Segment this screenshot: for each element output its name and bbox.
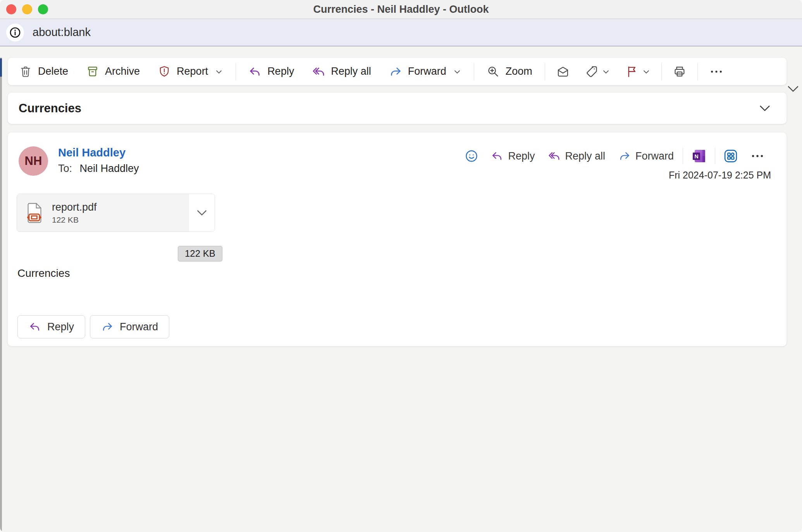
message-reply-label: Reply bbox=[508, 150, 535, 162]
left-scrollbar-track[interactable] bbox=[0, 58, 2, 532]
message-card: NH Neil Haddley To: Neil Haddley bbox=[8, 132, 787, 346]
close-window-button[interactable] bbox=[6, 4, 16, 14]
message-footer: Reply Forward bbox=[17, 315, 169, 338]
report-shield-icon bbox=[158, 65, 171, 78]
trash-icon bbox=[19, 65, 32, 78]
url-bar: about:blank bbox=[0, 19, 802, 46]
apps-button[interactable] bbox=[718, 149, 744, 163]
chevron-down-icon bbox=[602, 67, 610, 76]
url-text[interactable]: about:blank bbox=[33, 26, 91, 39]
apps-grid-icon bbox=[723, 149, 738, 163]
forward-arrow-icon bbox=[389, 65, 402, 78]
footer-reply-button[interactable]: Reply bbox=[17, 315, 85, 338]
zoom-magnifier-icon bbox=[487, 65, 500, 78]
printer-icon bbox=[673, 65, 687, 79]
toolbar-divider bbox=[697, 63, 698, 81]
zoom-button[interactable]: Zoom bbox=[478, 65, 541, 78]
flag-icon bbox=[625, 65, 639, 79]
message-timestamp: Fri 2024-07-19 2:25 PM bbox=[669, 170, 771, 181]
info-icon bbox=[9, 26, 21, 39]
archive-button[interactable]: Archive bbox=[77, 65, 149, 78]
print-button[interactable] bbox=[665, 65, 694, 79]
attachment-chip[interactable]: report.pdf 122 KB bbox=[17, 194, 215, 232]
attachment-dropdown-button[interactable] bbox=[189, 194, 215, 232]
message-body-text: Currencies bbox=[17, 267, 70, 280]
attachment-filename: report.pdf bbox=[52, 201, 97, 213]
message-toolbar: Delete Archive Report bbox=[8, 58, 787, 85]
delete-label: Delete bbox=[38, 65, 68, 77]
flag-button[interactable] bbox=[618, 65, 658, 79]
report-button[interactable]: Report bbox=[149, 65, 232, 78]
message-header: NH Neil Haddley To: Neil Haddley bbox=[17, 146, 771, 176]
attachment-meta: report.pdf 122 KB bbox=[52, 201, 97, 225]
message-forward-label: Forward bbox=[635, 150, 674, 162]
footer-forward-label: Forward bbox=[120, 321, 158, 333]
message-actions: Reply Reply all Forward bbox=[459, 148, 771, 164]
ellipsis-icon bbox=[750, 149, 765, 163]
forward-arrow-icon bbox=[101, 321, 114, 333]
pdf-file-icon bbox=[26, 203, 43, 223]
reply-button[interactable]: Reply bbox=[239, 65, 303, 78]
reply-arrow-icon bbox=[29, 321, 41, 333]
avatar[interactable]: NH bbox=[19, 146, 48, 176]
actions-divider bbox=[683, 148, 683, 164]
reply-all-button[interactable]: Reply all bbox=[303, 65, 380, 78]
recipient-line: To: Neil Haddley bbox=[58, 163, 139, 175]
titlebar: Currencies - Neil Haddley - Outlook bbox=[0, 0, 802, 19]
report-label: Report bbox=[177, 65, 208, 77]
forward-label: Forward bbox=[408, 65, 446, 77]
message-reply-all-label: Reply all bbox=[565, 150, 605, 162]
svg-text:N: N bbox=[694, 153, 698, 160]
message-reply-all-button[interactable]: Reply all bbox=[541, 150, 612, 162]
sender-block: Neil Haddley To: Neil Haddley bbox=[58, 146, 139, 175]
reply-arrow-icon bbox=[491, 150, 503, 162]
to-name[interactable]: Neil Haddley bbox=[80, 163, 139, 174]
outlook-window: Currencies - Neil Haddley - Outlook abou… bbox=[0, 0, 802, 532]
chevron-down-icon bbox=[453, 67, 461, 76]
message-forward-button[interactable]: Forward bbox=[612, 150, 680, 162]
minimize-window-button[interactable] bbox=[22, 4, 32, 14]
message-more-button[interactable] bbox=[744, 149, 771, 163]
footer-reply-label: Reply bbox=[47, 321, 74, 333]
traffic-lights bbox=[6, 0, 48, 19]
actions-divider bbox=[715, 148, 715, 164]
toolbar-divider bbox=[545, 63, 545, 81]
sender-name[interactable]: Neil Haddley bbox=[58, 146, 139, 159]
subject-title: Currencies bbox=[19, 101, 81, 115]
onenote-icon: N bbox=[691, 148, 707, 164]
forward-button[interactable]: Forward bbox=[380, 65, 470, 78]
reply-label: Reply bbox=[267, 65, 294, 77]
mark-read-button[interactable] bbox=[549, 65, 577, 79]
window-title: Currencies - Neil Haddley - Outlook bbox=[313, 3, 489, 15]
forward-arrow-icon bbox=[618, 150, 631, 162]
subject-bar: Currencies bbox=[8, 93, 787, 124]
reply-all-arrow-icon bbox=[312, 65, 325, 78]
archive-label: Archive bbox=[105, 65, 140, 77]
ellipsis-icon bbox=[709, 65, 724, 78]
footer-forward-button[interactable]: Forward bbox=[90, 315, 169, 338]
delete-button[interactable]: Delete bbox=[10, 65, 77, 78]
left-scrollbar-thumb[interactable] bbox=[0, 58, 2, 77]
tag-icon bbox=[585, 65, 599, 79]
chevron-down-icon bbox=[215, 67, 223, 76]
more-actions-button[interactable] bbox=[701, 65, 731, 78]
categorize-button[interactable] bbox=[577, 65, 618, 79]
reply-all-arrow-icon bbox=[548, 150, 560, 162]
smiley-icon bbox=[465, 149, 478, 163]
toolbar-divider bbox=[236, 63, 236, 81]
page-info-button[interactable] bbox=[6, 24, 24, 41]
attachment-size: 122 KB bbox=[52, 215, 97, 225]
chevron-down-icon bbox=[642, 67, 651, 76]
collapse-toolbar-chevron[interactable] bbox=[787, 84, 800, 94]
archive-icon bbox=[86, 65, 99, 78]
reply-arrow-icon bbox=[248, 65, 262, 78]
attachment-main[interactable]: report.pdf 122 KB bbox=[17, 194, 189, 232]
subject-expand-chevron[interactable] bbox=[759, 104, 771, 113]
to-label: To: bbox=[58, 163, 72, 174]
attachment-size-tooltip: 122 KB bbox=[178, 246, 222, 261]
zoom-window-button[interactable] bbox=[38, 4, 48, 14]
reply-all-label: Reply all bbox=[331, 65, 371, 77]
message-reply-button[interactable]: Reply bbox=[484, 150, 541, 162]
send-to-onenote-button[interactable]: N bbox=[685, 148, 713, 164]
add-reaction-button[interactable] bbox=[459, 149, 484, 163]
